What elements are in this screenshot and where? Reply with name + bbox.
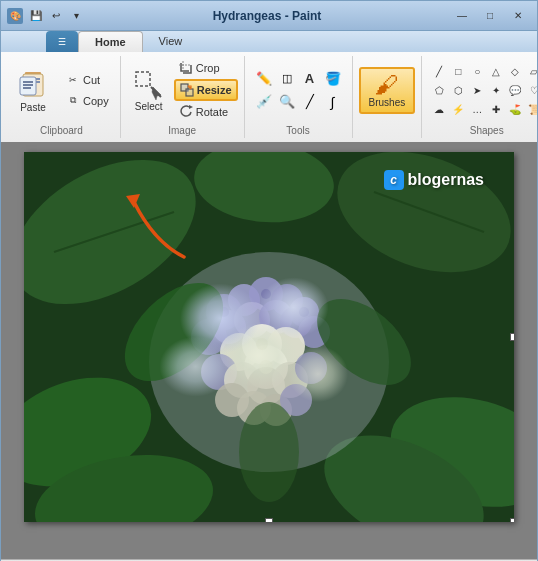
tools-controls: ✏️ ◫ A 🪣 💉 🔍 ╱ ∫ xyxy=(251,58,346,122)
shape-rect[interactable]: □ xyxy=(449,62,467,80)
quick-undo-button[interactable]: ↩ xyxy=(47,7,65,25)
quick-save-button[interactable]: 💾 xyxy=(27,7,45,25)
svg-rect-8 xyxy=(23,87,31,89)
crop-label: Crop xyxy=(196,62,220,74)
shape-pentagon[interactable]: ⬠ xyxy=(430,81,448,99)
shape-speech[interactable]: 💬 xyxy=(506,81,524,99)
cut-button[interactable]: ✂ Cut xyxy=(61,70,114,90)
shape-ellipse[interactable]: ○ xyxy=(468,62,486,80)
shape-more[interactable]: … xyxy=(468,100,486,118)
tab-view[interactable]: View xyxy=(143,31,199,52)
clipboard-controls: Paste ✂ Cut ⧉ Copy xyxy=(9,58,114,122)
watermark-logo: c xyxy=(384,170,404,190)
canvas-resize-bottom[interactable] xyxy=(265,518,273,522)
brushes-label: Brushes xyxy=(369,97,406,108)
file-menu-button[interactable]: ☰ xyxy=(46,31,78,52)
tools-grid: ✏️ ◫ A 🪣 💉 🔍 ╱ ∫ xyxy=(251,66,346,115)
zoom-tool[interactable]: 🔍 xyxy=(276,91,298,113)
paint-window: 🎨 💾 ↩ ▾ Hydrangeas - Paint — □ ✕ ☰ Home … xyxy=(0,0,538,561)
paste-icon xyxy=(17,68,49,100)
fill-tool[interactable]: 🪣 xyxy=(322,68,344,90)
quick-access-toolbar: 💾 ↩ ▾ xyxy=(27,7,85,25)
canvas-resize-corner[interactable] xyxy=(510,518,514,522)
shape-star[interactable]: ✦ xyxy=(487,81,505,99)
shape-triangle[interactable]: △ xyxy=(487,62,505,80)
image-section: Select Crop xyxy=(121,56,245,138)
select-label: Select xyxy=(135,101,163,112)
svg-point-42 xyxy=(295,352,327,384)
clipboard-small-buttons: ✂ Cut ⧉ Copy xyxy=(61,70,114,111)
image-svg xyxy=(24,152,514,522)
svg-point-51 xyxy=(259,360,273,374)
select-button[interactable]: Select xyxy=(127,66,171,115)
tools-section: ✏️ ◫ A 🪣 💉 🔍 ╱ ∫ Tools xyxy=(245,56,353,138)
svg-rect-6 xyxy=(23,81,33,83)
resize-label: Resize xyxy=(197,84,232,96)
copy-label: Copy xyxy=(83,95,109,107)
shape-heart[interactable]: ♡ xyxy=(525,81,538,99)
curve-tool[interactable]: ∫ xyxy=(322,91,344,113)
shape-cross[interactable]: ✚ xyxy=(487,100,505,118)
clipboard-section: Paste ✂ Cut ⧉ Copy Clipboard xyxy=(3,56,121,138)
svg-point-52 xyxy=(239,402,299,502)
svg-rect-7 xyxy=(23,84,33,86)
ribbon-tabs: ☰ Home View xyxy=(1,31,537,52)
cut-icon: ✂ xyxy=(66,73,80,87)
title-bar: 🎨 💾 ↩ ▾ Hydrangeas - Paint — □ ✕ xyxy=(1,1,537,31)
svg-rect-11 xyxy=(186,89,193,96)
copy-button[interactable]: ⧉ Copy xyxy=(61,91,114,111)
paste-label: Paste xyxy=(20,102,46,113)
shapes-grid: ╱ □ ○ △ ◇ ▱ ⬠ ⬡ ➤ ✦ 💬 ♡ ☁ ⚡ … xyxy=(428,60,538,120)
rotate-button[interactable]: Rotate xyxy=(174,102,238,122)
svg-rect-9 xyxy=(136,72,150,86)
shape-hexagon[interactable]: ⬡ xyxy=(449,81,467,99)
svg-point-50 xyxy=(256,338,268,350)
ribbon-content: Paste ✂ Cut ⧉ Copy Clipboard xyxy=(1,52,537,142)
brushes-icon: 🖌 xyxy=(375,73,399,97)
brushes-section: 🖌 Brushes Brushes xyxy=(353,56,423,138)
shape-line[interactable]: ╱ xyxy=(430,62,448,80)
watermark-logo-text: c xyxy=(390,173,397,187)
shape-parallelogram[interactable]: ▱ xyxy=(525,62,538,80)
copy-icon: ⧉ xyxy=(66,94,80,108)
shapes-controls: ╱ □ ○ △ ◇ ▱ ⬠ ⬡ ➤ ✦ 💬 ♡ ☁ ⚡ … xyxy=(428,58,538,122)
quick-customize-button[interactable]: ▾ xyxy=(67,7,85,25)
shape-lightning[interactable]: ⚡ xyxy=(449,100,467,118)
text-tool[interactable]: A xyxy=(299,68,321,90)
cut-label: Cut xyxy=(83,74,100,86)
minimize-button[interactable]: — xyxy=(449,7,475,25)
resize-button[interactable]: Resize xyxy=(174,79,238,101)
canvas-resize-right[interactable] xyxy=(510,333,514,341)
shape-diamond[interactable]: ◇ xyxy=(506,62,524,80)
paint-canvas[interactable]: c blogernas xyxy=(24,152,514,522)
title-bar-icons: 🎨 xyxy=(7,8,23,24)
svg-point-48 xyxy=(261,289,271,299)
shapes-label: Shapes xyxy=(470,122,504,136)
close-button[interactable]: ✕ xyxy=(505,7,531,25)
line-tool[interactable]: ╱ xyxy=(299,91,321,113)
image-content: c blogernas xyxy=(24,152,514,522)
shape-cloud[interactable]: ☁ xyxy=(430,100,448,118)
image-tools-column: Crop Resize xyxy=(174,58,238,122)
app-icon: 🎨 xyxy=(7,8,23,24)
color-picker-tool[interactable]: 💉 xyxy=(253,91,275,113)
shape-scroll[interactable]: 📜 xyxy=(525,100,538,118)
image-controls: Select Crop xyxy=(127,58,238,122)
crop-button[interactable]: Crop xyxy=(174,58,238,78)
rotate-label: Rotate xyxy=(196,106,228,118)
svg-point-49 xyxy=(299,307,309,317)
maximize-button[interactable]: □ xyxy=(477,7,503,25)
watermark-text: blogernas xyxy=(408,171,484,189)
clipboard-label: Clipboard xyxy=(40,122,83,136)
shapes-section: ╱ □ ○ △ ◇ ▱ ⬠ ⬡ ➤ ✦ 💬 ♡ ☁ ⚡ … xyxy=(422,56,538,138)
canvas-wrapper: c blogernas xyxy=(24,152,514,522)
brushes-button[interactable]: 🖌 Brushes xyxy=(359,67,416,114)
image-label: Image xyxy=(168,122,196,136)
pencil-tool[interactable]: ✏️ xyxy=(253,68,275,90)
eraser-tool[interactable]: ◫ xyxy=(276,68,298,90)
shape-arrow-right[interactable]: ➤ xyxy=(468,81,486,99)
tab-home[interactable]: Home xyxy=(78,31,143,52)
paste-button[interactable]: Paste xyxy=(9,64,57,117)
canvas-area[interactable]: c blogernas xyxy=(1,142,537,559)
shape-banner[interactable]: ⛳ xyxy=(506,100,524,118)
